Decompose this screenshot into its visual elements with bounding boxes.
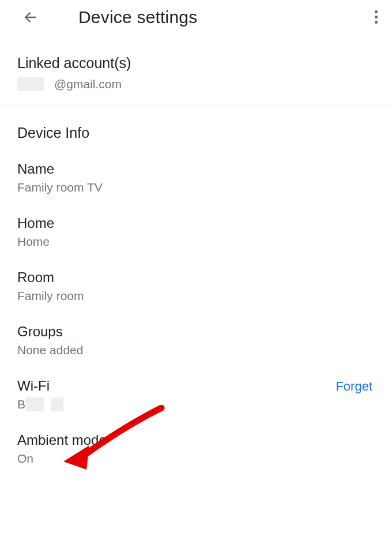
app-header: Device settings xyxy=(0,0,392,35)
groups-label: Groups xyxy=(17,324,375,340)
redacted-text xyxy=(51,397,63,411)
back-arrow-icon[interactable] xyxy=(23,10,38,25)
home-label: Home xyxy=(17,215,375,231)
setting-room[interactable]: Room Family room xyxy=(0,259,392,313)
email-suffix: @gmail.com xyxy=(54,77,122,91)
name-value: Family room TV xyxy=(17,181,375,194)
linked-account-email: @gmail.com xyxy=(17,77,375,91)
linked-accounts-title: Linked account(s) xyxy=(17,55,375,72)
page-title: Device settings xyxy=(78,7,197,27)
setting-home[interactable]: Home Home xyxy=(0,205,392,259)
more-vert-icon[interactable] xyxy=(375,10,378,24)
redacted-text xyxy=(25,397,44,411)
wifi-forget-button[interactable]: Forget xyxy=(336,379,372,394)
setting-name[interactable]: Name Family room TV xyxy=(0,151,392,205)
name-label: Name xyxy=(17,161,375,177)
groups-value: None added xyxy=(17,343,375,357)
room-value: Family room xyxy=(17,289,375,303)
home-value: Home xyxy=(17,235,375,249)
room-label: Room xyxy=(17,269,375,286)
redacted-text xyxy=(17,77,44,91)
wifi-value-prefix: B xyxy=(17,397,25,411)
ambient-value: On xyxy=(17,452,375,466)
wifi-value: B xyxy=(17,397,63,411)
wifi-label: Wi-Fi xyxy=(17,378,63,394)
setting-groups[interactable]: Groups None added xyxy=(0,313,392,367)
setting-ambient-mode[interactable]: Ambient mode On xyxy=(0,422,392,476)
linked-accounts-section[interactable]: Linked account(s) @gmail.com xyxy=(0,35,392,104)
ambient-label: Ambient mode xyxy=(17,432,375,448)
setting-wifi[interactable]: Wi-Fi B Forget xyxy=(0,367,392,422)
device-info-header: Device Info xyxy=(0,104,392,151)
